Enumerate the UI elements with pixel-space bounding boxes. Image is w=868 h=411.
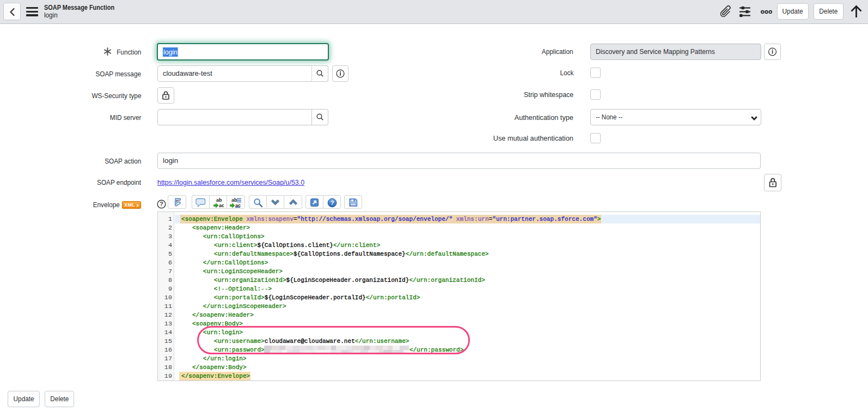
- svg-text:?: ?: [330, 200, 334, 206]
- svg-text:?: ?: [160, 201, 163, 207]
- svg-text:ab: ab: [216, 197, 222, 203]
- svg-text:ac: ac: [235, 203, 241, 208]
- svg-text:ac: ac: [219, 203, 224, 208]
- svg-text:ab: ab: [231, 197, 237, 203]
